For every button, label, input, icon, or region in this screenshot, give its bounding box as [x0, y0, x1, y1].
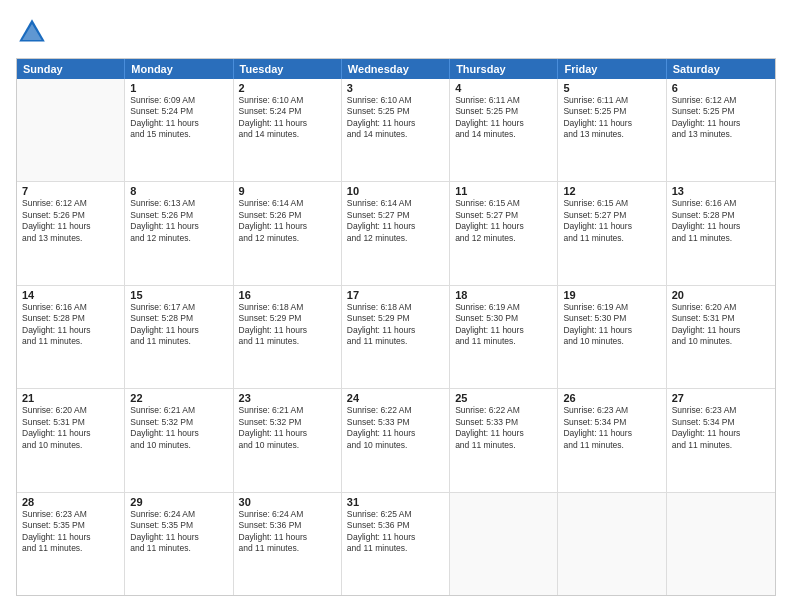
day-number: 29 — [130, 496, 227, 508]
day-number: 22 — [130, 392, 227, 404]
day-info: Sunrise: 6:15 AMSunset: 5:27 PMDaylight:… — [455, 198, 552, 244]
day-info: Sunrise: 6:21 AMSunset: 5:32 PMDaylight:… — [130, 405, 227, 451]
day-info: Sunrise: 6:22 AMSunset: 5:33 PMDaylight:… — [347, 405, 444, 451]
day-info: Sunrise: 6:24 AMSunset: 5:35 PMDaylight:… — [130, 509, 227, 555]
calendar-row-4: 21Sunrise: 6:20 AMSunset: 5:31 PMDayligh… — [17, 388, 775, 491]
calendar-cell: 28Sunrise: 6:23 AMSunset: 5:35 PMDayligh… — [17, 493, 125, 595]
calendar-cell: 5Sunrise: 6:11 AMSunset: 5:25 PMDaylight… — [558, 79, 666, 181]
day-number: 10 — [347, 185, 444, 197]
calendar-cell: 14Sunrise: 6:16 AMSunset: 5:28 PMDayligh… — [17, 286, 125, 388]
calendar-cell: 22Sunrise: 6:21 AMSunset: 5:32 PMDayligh… — [125, 389, 233, 491]
day-number: 9 — [239, 185, 336, 197]
day-info: Sunrise: 6:19 AMSunset: 5:30 PMDaylight:… — [563, 302, 660, 348]
calendar-cell: 21Sunrise: 6:20 AMSunset: 5:31 PMDayligh… — [17, 389, 125, 491]
calendar-cell: 23Sunrise: 6:21 AMSunset: 5:32 PMDayligh… — [234, 389, 342, 491]
logo-icon — [16, 16, 48, 48]
day-info: Sunrise: 6:18 AMSunset: 5:29 PMDaylight:… — [347, 302, 444, 348]
day-info: Sunrise: 6:16 AMSunset: 5:28 PMDaylight:… — [22, 302, 119, 348]
day-number: 8 — [130, 185, 227, 197]
calendar-cell — [558, 493, 666, 595]
calendar-cell — [667, 493, 775, 595]
calendar-cell: 6Sunrise: 6:12 AMSunset: 5:25 PMDaylight… — [667, 79, 775, 181]
calendar-cell: 30Sunrise: 6:24 AMSunset: 5:36 PMDayligh… — [234, 493, 342, 595]
calendar-cell: 26Sunrise: 6:23 AMSunset: 5:34 PMDayligh… — [558, 389, 666, 491]
day-number: 12 — [563, 185, 660, 197]
calendar-row-2: 7Sunrise: 6:12 AMSunset: 5:26 PMDaylight… — [17, 181, 775, 284]
calendar-cell: 15Sunrise: 6:17 AMSunset: 5:28 PMDayligh… — [125, 286, 233, 388]
day-info: Sunrise: 6:12 AMSunset: 5:25 PMDaylight:… — [672, 95, 770, 141]
day-info: Sunrise: 6:25 AMSunset: 5:36 PMDaylight:… — [347, 509, 444, 555]
day-info: Sunrise: 6:20 AMSunset: 5:31 PMDaylight:… — [672, 302, 770, 348]
day-number: 19 — [563, 289, 660, 301]
calendar-cell — [17, 79, 125, 181]
calendar: SundayMondayTuesdayWednesdayThursdayFrid… — [16, 58, 776, 596]
day-info: Sunrise: 6:23 AMSunset: 5:34 PMDaylight:… — [563, 405, 660, 451]
day-number: 16 — [239, 289, 336, 301]
calendar-cell: 3Sunrise: 6:10 AMSunset: 5:25 PMDaylight… — [342, 79, 450, 181]
day-info: Sunrise: 6:18 AMSunset: 5:29 PMDaylight:… — [239, 302, 336, 348]
day-info: Sunrise: 6:10 AMSunset: 5:25 PMDaylight:… — [347, 95, 444, 141]
day-info: Sunrise: 6:21 AMSunset: 5:32 PMDaylight:… — [239, 405, 336, 451]
day-number: 30 — [239, 496, 336, 508]
day-number: 28 — [22, 496, 119, 508]
day-number: 6 — [672, 82, 770, 94]
day-number: 15 — [130, 289, 227, 301]
day-info: Sunrise: 6:11 AMSunset: 5:25 PMDaylight:… — [455, 95, 552, 141]
calendar-cell: 19Sunrise: 6:19 AMSunset: 5:30 PMDayligh… — [558, 286, 666, 388]
day-number: 23 — [239, 392, 336, 404]
calendar-row-3: 14Sunrise: 6:16 AMSunset: 5:28 PMDayligh… — [17, 285, 775, 388]
day-header-wednesday: Wednesday — [342, 59, 450, 79]
day-info: Sunrise: 6:14 AMSunset: 5:26 PMDaylight:… — [239, 198, 336, 244]
day-number: 25 — [455, 392, 552, 404]
day-info: Sunrise: 6:20 AMSunset: 5:31 PMDaylight:… — [22, 405, 119, 451]
day-number: 4 — [455, 82, 552, 94]
calendar-header: SundayMondayTuesdayWednesdayThursdayFrid… — [17, 59, 775, 79]
day-number: 14 — [22, 289, 119, 301]
day-number: 2 — [239, 82, 336, 94]
day-number: 24 — [347, 392, 444, 404]
day-info: Sunrise: 6:19 AMSunset: 5:30 PMDaylight:… — [455, 302, 552, 348]
day-number: 7 — [22, 185, 119, 197]
day-info: Sunrise: 6:16 AMSunset: 5:28 PMDaylight:… — [672, 198, 770, 244]
day-number: 27 — [672, 392, 770, 404]
day-header-monday: Monday — [125, 59, 233, 79]
day-info: Sunrise: 6:09 AMSunset: 5:24 PMDaylight:… — [130, 95, 227, 141]
calendar-row-5: 28Sunrise: 6:23 AMSunset: 5:35 PMDayligh… — [17, 492, 775, 595]
calendar-cell: 8Sunrise: 6:13 AMSunset: 5:26 PMDaylight… — [125, 182, 233, 284]
day-header-sunday: Sunday — [17, 59, 125, 79]
day-info: Sunrise: 6:14 AMSunset: 5:27 PMDaylight:… — [347, 198, 444, 244]
calendar-cell: 27Sunrise: 6:23 AMSunset: 5:34 PMDayligh… — [667, 389, 775, 491]
day-header-thursday: Thursday — [450, 59, 558, 79]
calendar-cell: 20Sunrise: 6:20 AMSunset: 5:31 PMDayligh… — [667, 286, 775, 388]
day-number: 3 — [347, 82, 444, 94]
calendar-cell: 7Sunrise: 6:12 AMSunset: 5:26 PMDaylight… — [17, 182, 125, 284]
calendar-body: 1Sunrise: 6:09 AMSunset: 5:24 PMDaylight… — [17, 79, 775, 595]
logo — [16, 16, 52, 48]
day-info: Sunrise: 6:17 AMSunset: 5:28 PMDaylight:… — [130, 302, 227, 348]
calendar-cell: 25Sunrise: 6:22 AMSunset: 5:33 PMDayligh… — [450, 389, 558, 491]
calendar-cell — [450, 493, 558, 595]
day-number: 26 — [563, 392, 660, 404]
calendar-cell: 11Sunrise: 6:15 AMSunset: 5:27 PMDayligh… — [450, 182, 558, 284]
calendar-cell: 4Sunrise: 6:11 AMSunset: 5:25 PMDaylight… — [450, 79, 558, 181]
calendar-row-1: 1Sunrise: 6:09 AMSunset: 5:24 PMDaylight… — [17, 79, 775, 181]
day-info: Sunrise: 6:10 AMSunset: 5:24 PMDaylight:… — [239, 95, 336, 141]
calendar-cell: 1Sunrise: 6:09 AMSunset: 5:24 PMDaylight… — [125, 79, 233, 181]
day-number: 18 — [455, 289, 552, 301]
calendar-cell: 2Sunrise: 6:10 AMSunset: 5:24 PMDaylight… — [234, 79, 342, 181]
day-header-friday: Friday — [558, 59, 666, 79]
calendar-cell: 9Sunrise: 6:14 AMSunset: 5:26 PMDaylight… — [234, 182, 342, 284]
header — [16, 16, 776, 48]
calendar-cell: 10Sunrise: 6:14 AMSunset: 5:27 PMDayligh… — [342, 182, 450, 284]
calendar-cell: 17Sunrise: 6:18 AMSunset: 5:29 PMDayligh… — [342, 286, 450, 388]
calendar-cell: 16Sunrise: 6:18 AMSunset: 5:29 PMDayligh… — [234, 286, 342, 388]
calendar-cell: 13Sunrise: 6:16 AMSunset: 5:28 PMDayligh… — [667, 182, 775, 284]
day-number: 5 — [563, 82, 660, 94]
day-number: 31 — [347, 496, 444, 508]
calendar-cell: 29Sunrise: 6:24 AMSunset: 5:35 PMDayligh… — [125, 493, 233, 595]
day-number: 1 — [130, 82, 227, 94]
day-number: 20 — [672, 289, 770, 301]
day-info: Sunrise: 6:23 AMSunset: 5:34 PMDaylight:… — [672, 405, 770, 451]
day-number: 17 — [347, 289, 444, 301]
day-info: Sunrise: 6:15 AMSunset: 5:27 PMDaylight:… — [563, 198, 660, 244]
